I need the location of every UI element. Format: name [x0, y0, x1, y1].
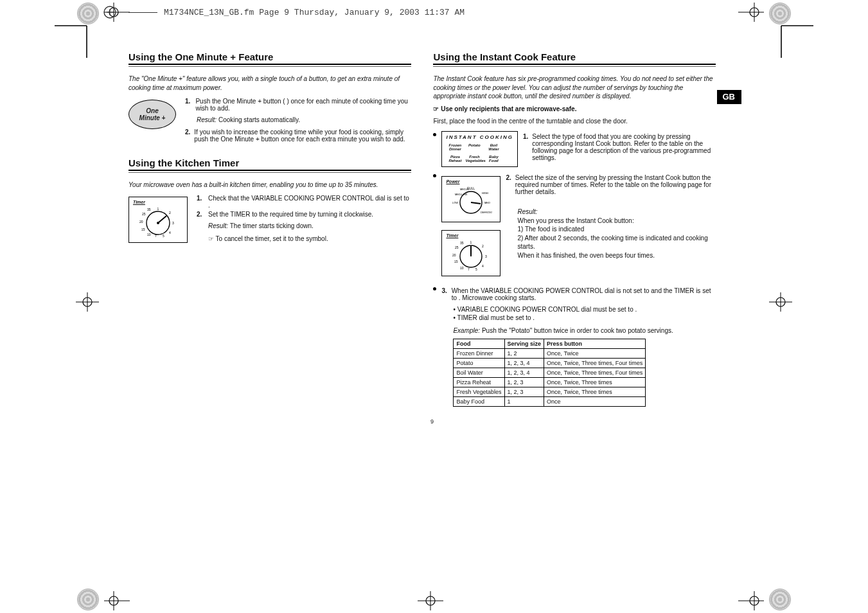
svg-text:2: 2 [169, 211, 171, 215]
one-minute-intro: The "One Minute +" feature allows you, w… [128, 75, 411, 92]
power-dial-graphic: Power FULL HIGH MED DEFROST LOW MED-LOW … [441, 176, 500, 222]
svg-text:3: 3 [172, 221, 174, 225]
step-text: Select the size of the serving by pressi… [515, 174, 716, 195]
svg-text:4: 4 [482, 264, 484, 268]
svg-text:DEFROST: DEFROST [481, 211, 492, 214]
bullet-icon [433, 287, 436, 290]
svg-text:10: 10 [147, 233, 151, 236]
one-minute-button-graphic: One Minute + [128, 100, 176, 129]
svg-text:20: 20 [139, 220, 143, 224]
section-title-one-minute: Using the One Minute + Feature [128, 51, 411, 65]
instant-cook-intro: The Instant Cook feature has six pre-pro… [433, 75, 716, 101]
svg-text:35: 35 [147, 208, 151, 211]
svg-text:35: 35 [460, 241, 464, 245]
svg-text:MED: MED [484, 201, 490, 204]
result-label: Result: [517, 208, 537, 215]
header-text: M1734NCE_13N_GB.fm Page 9 Thursday, Janu… [164, 8, 465, 17]
svg-text:MED-HI: MED-HI [460, 188, 469, 191]
doc-glyph-icon [103, 5, 122, 19]
instant-cook-panel: INSTANT COOKING Frozen Dinner Potato Boi… [441, 131, 518, 167]
svg-text:3: 3 [485, 254, 487, 258]
svg-text:10: 10 [460, 266, 464, 270]
svg-text:1: 1 [470, 240, 472, 244]
svg-text:7: 7 [468, 267, 470, 271]
open-door-line: First, place the food in the centre of t… [433, 117, 716, 126]
step-text: When the VARIABLE COOKING POWER CONTROL … [452, 287, 716, 301]
step-text: Select the type of food that you are coo… [532, 133, 716, 161]
language-tab-label: GB [723, 92, 736, 102]
svg-text:5: 5 [475, 267, 477, 271]
timer-dial-graphic: Timer 1 2 3 4 5 7 10 15 20 25 3 [441, 230, 500, 276]
svg-text:5: 5 [163, 234, 164, 237]
svg-text:25: 25 [455, 245, 459, 249]
step-number: 1. [185, 98, 191, 105]
svg-line-30 [158, 216, 166, 223]
step-text: Check that the VARIABLE COOKING POWER CO… [208, 195, 411, 209]
result-label: Result: [197, 116, 217, 123]
result-label: Result: [208, 222, 228, 229]
timer-dial-graphic: Timer 1 2 3 4 5 7 10 15 20 25 35 [128, 197, 188, 243]
result-text: When you press the Instant Cook button: … [517, 217, 707, 259]
step-text: Set the TIMER to the required time by tu… [208, 211, 373, 218]
svg-line-43 [471, 202, 481, 204]
step-text: If you wish to increase the cooking time… [194, 129, 411, 143]
svg-text:4: 4 [169, 231, 171, 235]
instant-cook-table: Food Serving size Press button Frozen Di… [453, 339, 646, 407]
kitchen-timer-intro: Your microwave oven has a built-in kitch… [128, 181, 411, 190]
bullet-icon [433, 174, 436, 177]
svg-text:20: 20 [452, 253, 456, 257]
svg-text:25: 25 [142, 212, 146, 216]
svg-text:15: 15 [454, 260, 458, 263]
step-number: 2. [197, 211, 204, 218]
result-text: Cooking starts automatically. [218, 116, 300, 123]
svg-text:LOW: LOW [452, 201, 458, 204]
svg-text:7: 7 [155, 234, 157, 237]
section-title-kitchen-timer: Using the Kitchen Timer [128, 157, 411, 171]
dial-requirement-note: • VARIABLE COOKING POWER CONTROL dial mu… [453, 305, 716, 323]
timer-cancel-note: ☞ To cancel the timer, set it to the sym… [208, 235, 411, 244]
bullet-icon [433, 133, 436, 136]
result-text: The timer starts ticking down. [230, 222, 314, 229]
step-number: 2. [506, 174, 511, 181]
step-number: 1. [197, 195, 204, 202]
step-number: 3. [441, 287, 447, 294]
section-title-instant-cook: Using the Instant Cook Feature [433, 51, 716, 65]
step-number: 2. [185, 129, 190, 136]
example-label: Example: [453, 327, 480, 334]
page-number: 9 [430, 418, 720, 425]
svg-text:HIGH: HIGH [482, 191, 488, 195]
step-number: 1. [523, 133, 528, 140]
step-text: Push the One Minute + button ( ) once fo… [195, 98, 411, 112]
svg-text:1: 1 [157, 207, 159, 211]
print-header: M1734NCE_13N_GB.fm Page 9 Thursday, Janu… [103, 5, 465, 19]
svg-text:15: 15 [141, 227, 145, 231]
svg-text:MED-LOW: MED-LOW [455, 193, 468, 196]
example-text: Push the "Potato" button twice in order … [482, 327, 673, 334]
safe-recipients-note: ☞ Use only recipients that are microwave… [433, 105, 716, 114]
svg-text:2: 2 [482, 244, 484, 248]
